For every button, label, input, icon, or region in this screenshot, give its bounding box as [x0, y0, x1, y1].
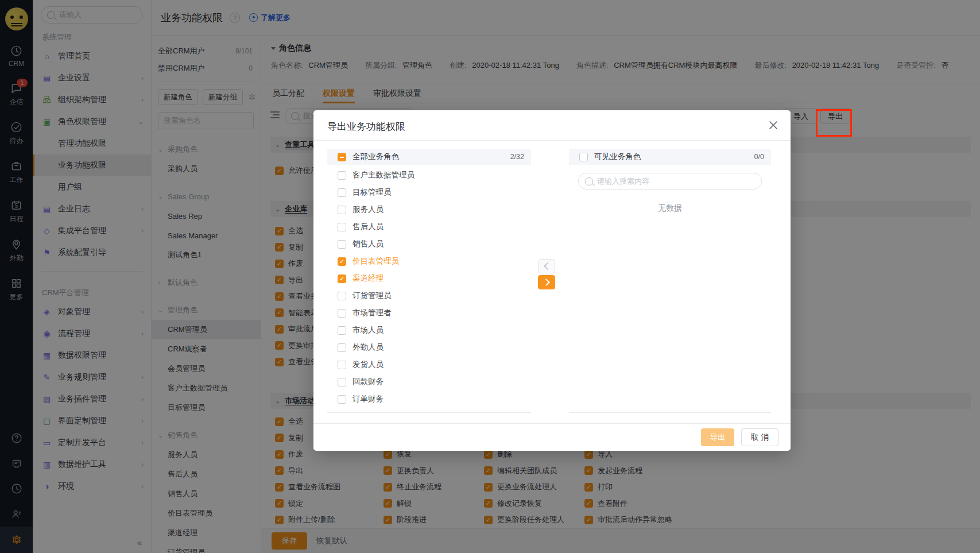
modal-search-input[interactable]: 请输入搜索内容 — [578, 173, 762, 190]
modal-title: 导出业务功能权限 — [327, 120, 405, 133]
business-role-row[interactable]: 发货人员 — [327, 356, 531, 373]
business-role-row[interactable]: 市场管理者 — [327, 304, 531, 322]
move-right-button[interactable] — [538, 275, 555, 289]
checkbox[interactable] — [338, 326, 346, 335]
checkbox[interactable] — [338, 257, 346, 266]
selection-count: 0/0 — [754, 153, 764, 161]
business-role-row[interactable]: 销售人员 — [327, 235, 531, 253]
checkbox[interactable] — [338, 240, 346, 249]
select-all-checkbox[interactable] — [338, 153, 346, 161]
business-role-row[interactable]: 市场人员 — [327, 322, 531, 339]
visible-business-roles-panel: 可见业务角色 0/0 请输入搜索内容 无数据 — [569, 149, 771, 413]
business-role-label: 订单财务 — [353, 394, 384, 404]
arrow-left-icon — [544, 262, 551, 270]
panel-title: 全部业务角色 — [353, 152, 399, 162]
business-role-row[interactable]: 订货管理员 — [327, 287, 531, 304]
checkbox[interactable] — [338, 343, 346, 352]
checkbox[interactable] — [338, 361, 346, 369]
app: CRM 1 企信 待办 工作 5 日程 — [0, 0, 980, 553]
all-business-roles-panel: 全部业务角色 2/32 客户主数据管理员 目标管理员 — [327, 149, 531, 413]
business-role-label: 市场管理者 — [353, 308, 392, 318]
business-role-label: 市场人员 — [353, 325, 384, 335]
select-all-checkbox[interactable] — [579, 153, 588, 161]
business-role-label: 目标管理员 — [353, 187, 392, 198]
search-icon — [585, 177, 593, 185]
selection-count: 2/32 — [510, 153, 524, 161]
business-role-label: 渠道经理 — [353, 273, 384, 284]
divider — [313, 140, 791, 141]
checkbox[interactable] — [338, 171, 346, 180]
business-role-row[interactable]: 外勤人员 — [327, 339, 531, 356]
panel-title: 可见业务角色 — [594, 152, 641, 162]
checkbox[interactable] — [338, 378, 346, 386]
checkbox[interactable] — [338, 274, 346, 283]
business-role-label: 价目表管理员 — [353, 256, 399, 266]
business-role-label: 客户主数据管理员 — [353, 170, 415, 180]
business-role-label: 售后人员 — [353, 222, 384, 232]
arrow-right-icon — [543, 279, 550, 286]
business-role-row[interactable]: 服务人员 — [327, 201, 531, 218]
business-role-row[interactable]: 目标管理员 — [327, 184, 531, 201]
business-role-label: 服务人员 — [353, 204, 384, 215]
transfer-buttons — [538, 259, 555, 289]
divider — [313, 423, 791, 424]
empty-state-text: 无数据 — [569, 203, 771, 214]
checkbox[interactable] — [338, 395, 346, 404]
business-role-row[interactable]: 客户主数据管理员 — [327, 167, 531, 184]
business-role-row[interactable]: 售后人员 — [327, 218, 531, 235]
checkbox[interactable] — [338, 292, 346, 300]
checkbox[interactable] — [338, 206, 346, 214]
close-icon[interactable] — [768, 119, 779, 131]
business-role-label: 销售人员 — [353, 239, 384, 249]
modal-cancel-button[interactable]: 取 消 — [741, 428, 778, 446]
business-role-row[interactable]: 回款财务 — [327, 373, 531, 390]
business-role-list: 客户主数据管理员 目标管理员 服务人员 售后人员 — [327, 165, 531, 408]
checkbox[interactable] — [338, 309, 346, 318]
checkbox[interactable] — [338, 188, 346, 197]
business-role-label: 回款财务 — [353, 377, 384, 387]
move-left-button[interactable] — [538, 259, 555, 273]
business-role-row[interactable]: 订单财务 — [327, 390, 531, 408]
checkbox[interactable] — [338, 223, 346, 231]
business-role-label: 订货管理员 — [353, 291, 392, 301]
modal-export-button[interactable]: 导出 — [701, 428, 734, 446]
business-role-label: 发货人员 — [353, 359, 384, 370]
visible-business-roles-header: 可见业务角色 0/0 — [569, 149, 771, 165]
business-role-row[interactable]: 渠道经理 — [327, 270, 531, 287]
modal-search-placeholder: 请输入搜索内容 — [597, 176, 649, 187]
business-role-row[interactable]: 价目表管理员 — [327, 253, 531, 270]
all-business-roles-header: 全部业务角色 2/32 — [327, 149, 531, 165]
export-modal: 导出业务功能权限 全部业务角色 2/32 客户主数据管理员 — [313, 110, 791, 451]
business-role-label: 外勤人员 — [353, 342, 384, 353]
